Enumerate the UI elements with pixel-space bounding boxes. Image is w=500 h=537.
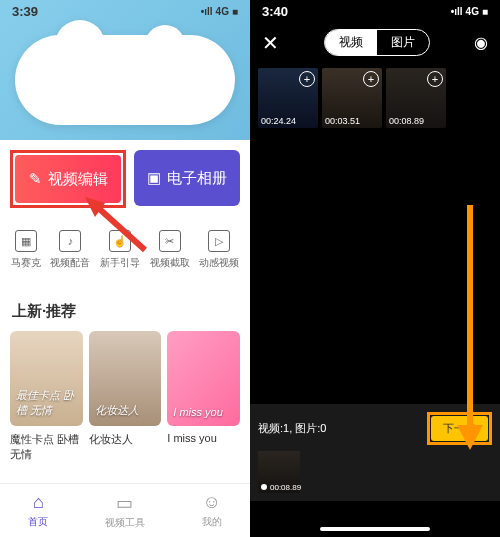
cloud-graphic <box>15 35 235 125</box>
home-icon: ⌂ <box>33 492 44 513</box>
card-item[interactable]: 最佳卡点 卧槽 无情 魔性卡点 卧槽无情 <box>10 331 83 462</box>
user-icon: ☺ <box>202 492 220 513</box>
status-time: 3:39 <box>12 4 38 19</box>
left-screenshot: 3:39 •ıll 4G ■ ✎ 视频编辑 ▣ 电子相册 ▦马赛克 ♪视频配音 … <box>0 0 250 537</box>
tab-image[interactable]: 图片 <box>377 30 429 55</box>
top-bar: ✕ 视频 图片 ◉ <box>250 23 500 62</box>
status-time: 3:40 <box>262 4 288 19</box>
dub-icon: ♪ <box>59 230 81 252</box>
media-item[interactable]: + 00:08.89 <box>386 68 446 128</box>
battery-icon: ■ <box>482 6 488 17</box>
cards-row: 最佳卡点 卧槽 无情 魔性卡点 卧槽无情 化妆达人 化妆达人 I miss yo… <box>0 331 250 462</box>
media-item[interactable]: + 00:24.24 <box>258 68 318 128</box>
home-indicator <box>320 527 430 531</box>
right-screenshot: 3:40 •ıll 4G ■ ✕ 视频 图片 ◉ + 00:24.24 + 00… <box>250 0 500 537</box>
signal-icon: •ıll <box>451 6 463 17</box>
status-indicators: •ıll 4G ■ <box>201 4 238 19</box>
nav-tools[interactable]: ▭视频工具 <box>105 492 145 530</box>
image-icon: ▣ <box>147 169 161 187</box>
camera-icon[interactable]: ◉ <box>474 33 488 52</box>
media-type-tabs: 视频 图片 <box>324 29 430 56</box>
card-item[interactable]: I miss you I miss you <box>167 331 240 462</box>
selected-thumb[interactable]: 00:08.89 <box>258 451 300 493</box>
close-icon[interactable]: ✕ <box>262 31 279 55</box>
battery-icon: ■ <box>232 6 238 17</box>
status-bar: 3:39 •ıll 4G ■ <box>0 0 250 23</box>
tool-clip[interactable]: ✂视频截取 <box>150 230 190 270</box>
nav-home[interactable]: ⌂首页 <box>28 492 48 529</box>
status-indicators: •ıll 4G ■ <box>451 4 488 19</box>
add-icon[interactable]: + <box>363 71 379 87</box>
add-icon[interactable]: + <box>299 71 315 87</box>
tab-video[interactable]: 视频 <box>325 30 377 55</box>
section-title: 上新·推荐 <box>0 282 250 331</box>
add-icon[interactable]: + <box>427 71 443 87</box>
edit-icon: ✎ <box>29 170 42 188</box>
nav-mine[interactable]: ☺我的 <box>202 492 222 529</box>
tool-dynamic[interactable]: ▷动感视频 <box>199 230 239 270</box>
status-bar: 3:40 •ıll 4G ■ <box>250 0 500 23</box>
clip-icon: ✂ <box>159 230 181 252</box>
tool-mosaic[interactable]: ▦马赛克 <box>11 230 41 270</box>
selection-count: 视频:1, 图片:0 <box>258 421 326 436</box>
bottom-nav: ⌂首页 ▭视频工具 ☺我的 <box>0 483 250 537</box>
video-indicator-icon <box>261 484 267 490</box>
mosaic-icon: ▦ <box>15 230 37 252</box>
card-item[interactable]: 化妆达人 化妆达人 <box>89 331 162 462</box>
annotation-arrow-red <box>80 195 150 255</box>
dynamic-icon: ▷ <box>208 230 230 252</box>
media-item[interactable]: + 00:03.51 <box>322 68 382 128</box>
video-icon: ▭ <box>116 492 133 514</box>
header-banner: 3:39 •ıll 4G ■ <box>0 0 250 140</box>
media-grid: + 00:24.24 + 00:03.51 + 00:08.89 <box>250 62 500 134</box>
signal-icon: •ıll <box>201 6 213 17</box>
annotation-arrow-orange <box>445 200 495 460</box>
